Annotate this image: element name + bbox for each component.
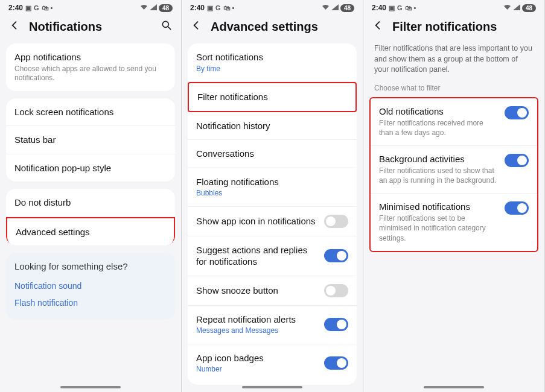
item-show-snooze[interactable]: Show snooze button xyxy=(188,276,357,306)
item-app-notifications[interactable]: App notifications Choose which apps are … xyxy=(6,43,175,91)
home-indicator[interactable] xyxy=(424,386,484,388)
item-title: Floating notifications xyxy=(196,176,348,188)
screen-notifications: 2:40 ▣ G 🛍 • 48 Notifications App no xyxy=(0,0,182,392)
back-icon[interactable] xyxy=(190,19,202,34)
item-conversations[interactable]: Conversations xyxy=(188,140,357,168)
bag-icon: 🛍 xyxy=(223,4,230,11)
item-title: Conversations xyxy=(196,148,254,160)
help-title: Looking for something else? xyxy=(14,261,167,271)
item-sub: Choose which apps are allowed to send yo… xyxy=(14,65,167,83)
card-more-settings: Do not disturb Advanced settings xyxy=(6,189,175,245)
dot-icon: • xyxy=(51,4,53,11)
item-title: Suggest actions and replies for notifica… xyxy=(196,244,318,268)
wifi-icon xyxy=(140,4,148,11)
toggle-show-snooze[interactable] xyxy=(324,284,348,297)
item-sub: Filter notifications used to show that a… xyxy=(379,166,499,185)
item-notification-history[interactable]: Notification history xyxy=(188,112,357,141)
toggle-minimised-notifications[interactable] xyxy=(505,201,529,215)
home-indicator[interactable] xyxy=(242,386,302,388)
battery-pill: 48 xyxy=(340,4,354,12)
toggle-show-app-icon[interactable] xyxy=(324,215,348,228)
card-help: Looking for something else? Notification… xyxy=(6,253,175,320)
dot-icon: • xyxy=(232,4,235,11)
dot-icon: • xyxy=(414,4,416,11)
item-floating-notifications[interactable]: Floating notifications Bubbles xyxy=(188,168,357,207)
back-icon[interactable] xyxy=(8,19,21,34)
item-show-app-icon[interactable]: Show app icon in notifications xyxy=(188,207,357,236)
wifi-icon xyxy=(503,4,511,11)
item-old-notifications[interactable]: Old notifications Filter notifications r… xyxy=(371,98,537,146)
page-header: Filter notifications xyxy=(363,13,544,43)
bag-icon: 🛍 xyxy=(42,4,48,11)
item-repeat-alerts[interactable]: Repeat notification alerts Messages and … xyxy=(188,306,357,344)
home-indicator[interactable] xyxy=(60,386,121,388)
item-lock-screen-notifications[interactable]: Lock screen notifications xyxy=(6,98,175,127)
status-time: 2:40 xyxy=(190,4,205,12)
item-title: Sort notifications xyxy=(196,51,348,63)
search-icon[interactable] xyxy=(161,19,173,34)
item-title: Old notifications xyxy=(379,106,499,116)
signal-icon xyxy=(150,4,157,11)
status-bar: 2:40 ▣ G 🛍 • 48 xyxy=(363,0,544,13)
bag-icon: 🛍 xyxy=(405,4,412,11)
link-notification-sound[interactable]: Notification sound xyxy=(14,277,167,294)
image-icon: ▣ xyxy=(389,4,395,12)
toggle-repeat-alerts[interactable] xyxy=(324,318,348,331)
status-time: 2:40 xyxy=(8,4,23,12)
item-title: Show snooze button xyxy=(196,285,278,297)
toggle-old-notifications[interactable] xyxy=(505,106,529,119)
item-title: Notification history xyxy=(196,120,270,132)
page-header: Advanced settings xyxy=(182,13,363,43)
battery-pill: 48 xyxy=(522,4,536,12)
item-minimised-notifications[interactable]: Minimised notifications Filter notificat… xyxy=(371,194,537,251)
item-suggest-actions[interactable]: Suggest actions and replies for notifica… xyxy=(188,236,357,276)
page-header: Notifications xyxy=(0,13,181,43)
item-title: Show app icon in notifications xyxy=(196,215,316,227)
section-label: Choose what to filter xyxy=(363,84,544,97)
page-title: Advanced settings xyxy=(211,20,354,34)
page-title: Filter notifications xyxy=(392,20,536,34)
wifi-icon xyxy=(322,4,330,11)
card-filter-options: Old notifications Filter notifications r… xyxy=(369,97,538,252)
item-sort-notifications[interactable]: Sort notifications By time xyxy=(188,43,357,82)
item-app-icon-badges[interactable]: App icon badges Number xyxy=(188,344,357,382)
item-filter-notifications[interactable]: Filter notifications xyxy=(188,82,357,112)
item-sub: Bubbles xyxy=(196,189,348,198)
screen-filter-notifications: 2:40 ▣ G 🛍 • 48 Filter notifications Fil… xyxy=(363,0,545,392)
svg-point-0 xyxy=(162,21,168,27)
item-title: Repeat notification alerts xyxy=(196,314,318,326)
toggle-suggest-actions[interactable] xyxy=(324,249,348,262)
toggle-app-icon-badges[interactable] xyxy=(324,356,348,370)
item-title: Status bar xyxy=(14,134,56,146)
item-title: Filter notifications xyxy=(197,91,268,103)
item-sub: By time xyxy=(196,65,348,74)
item-title: App notifications xyxy=(14,51,167,63)
page-title: Notifications xyxy=(29,20,152,34)
item-title: Do not disturb xyxy=(14,197,71,209)
item-sub: Number xyxy=(196,365,318,375)
item-status-bar[interactable]: Status bar xyxy=(6,126,175,154)
signal-icon xyxy=(513,4,520,11)
item-sub: Messages and Messages xyxy=(196,326,318,336)
card-app-notifications: App notifications Choose which apps are … xyxy=(6,43,175,91)
item-title: Advanced settings xyxy=(16,226,90,238)
back-icon[interactable] xyxy=(372,19,384,34)
item-title: Background activities xyxy=(379,154,499,164)
item-background-activities[interactable]: Background activities Filter notificatio… xyxy=(371,146,537,194)
toggle-background-activities[interactable] xyxy=(505,154,529,167)
page-description: Filter notifications that are less impor… xyxy=(363,43,544,84)
card-advanced-list: Sort notifications By time Filter notifi… xyxy=(188,43,357,385)
item-sub: Filter notifications set to be minimised… xyxy=(379,213,499,243)
status-bar: 2:40 ▣ G 🛍 • 48 xyxy=(0,0,181,13)
card-display-options: Lock screen notifications Status bar Not… xyxy=(6,98,175,182)
g-icon: G xyxy=(34,4,39,11)
item-advanced-settings[interactable]: Advanced settings xyxy=(6,217,175,246)
link-flash-notification[interactable]: Flash notification xyxy=(14,294,167,311)
item-do-not-disturb[interactable]: Do not disturb xyxy=(6,189,175,217)
item-popup-style[interactable]: Notification pop-up style xyxy=(6,154,175,182)
g-icon: G xyxy=(397,4,403,11)
status-time: 2:40 xyxy=(372,4,386,12)
g-icon: G xyxy=(215,4,221,11)
battery-pill: 48 xyxy=(159,4,173,12)
image-icon: ▣ xyxy=(207,4,213,12)
